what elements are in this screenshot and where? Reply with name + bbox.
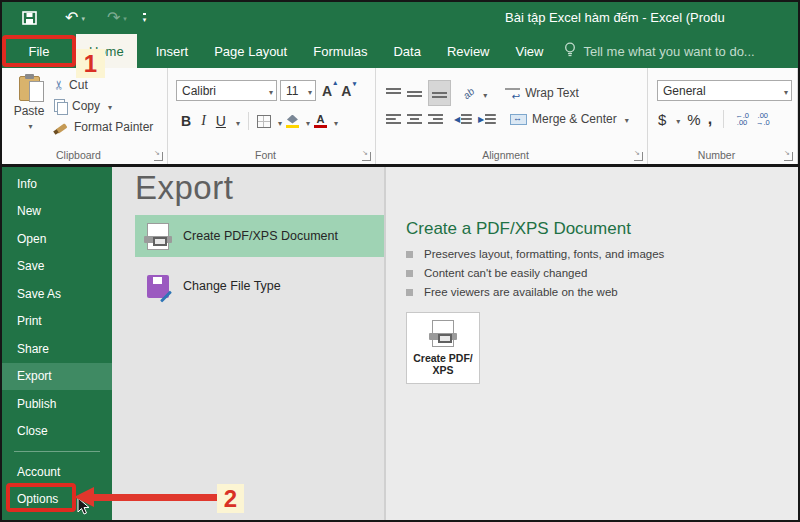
decrease-font-size-icon[interactable] [338,83,354,99]
annotation-arrow [92,494,217,501]
bottom-align-selected[interactable] [428,80,451,106]
sidebar-item-open[interactable]: Open [2,225,112,253]
sidebar-item-account[interactable]: Account [2,458,112,486]
borders-icon[interactable] [257,115,271,128]
undo-dropdown-icon[interactable]: ▾ [81,15,85,23]
tab-insert[interactable]: Insert [143,34,202,68]
create-pdf-xps-document-item[interactable]: Create PDF/XPS Document [135,215,384,257]
sidebar-item-new[interactable]: New [2,198,112,226]
font-name-dropdown-icon[interactable] [266,84,273,98]
bullet-square-icon [406,251,413,258]
bullet-square-icon [406,270,413,277]
align-left-icon[interactable] [386,114,401,125]
bullet-square-icon [406,289,413,296]
font-size-dropdown-icon[interactable] [305,84,312,98]
sidebar-item-print[interactable]: Print [2,308,112,336]
font-name-value: Calibri [182,84,216,98]
bullet-item: Free viewers are available on the web [406,286,798,298]
orientation-icon[interactable]: ab [461,85,477,101]
fill-color-dropdown-icon[interactable] [303,112,310,130]
separator [248,112,249,130]
sidebar-item-save-as[interactable]: Save As [2,280,112,308]
decrease-indent-icon[interactable] [454,114,472,125]
undo-icon[interactable]: ↶ [65,8,78,28]
underline-button[interactable]: U [213,113,229,129]
sidebar-item-export[interactable]: Export [2,363,112,391]
sidebar-item-share[interactable]: Share [2,335,112,363]
wrap-text-button[interactable]: Wrap Text [505,86,579,100]
bullet-text: Content can't be easily changed [424,267,587,279]
tab-review[interactable]: Review [434,34,503,68]
save-icon[interactable] [22,8,37,28]
create-pdf-xps-button[interactable]: Create PDF/ XPS [406,312,480,384]
pdf-xps-document-icon [432,320,454,347]
increase-decimal-button[interactable]: ←.0 .00 [735,112,749,126]
customize-quick-access-toolbar-icon[interactable]: ▾ [143,13,147,23]
backstage-sidebar: Info New Open Save Save As Print Share E… [2,167,112,520]
pdf-xps-detail-panel: Create a PDF/XPS Document Preserves layo… [386,167,798,520]
underline-dropdown-icon[interactable] [233,112,240,130]
redo-icon[interactable]: ↷ [107,8,120,28]
top-align-icon[interactable] [386,88,401,99]
copy-dropdown-icon[interactable] [105,99,112,113]
font-name-select[interactable]: Calibri [176,80,277,101]
increase-indent-icon[interactable] [478,114,496,125]
orientation-dropdown-icon[interactable] [480,84,487,102]
annotation-step-1: 1 [76,49,105,78]
currency-dropdown-icon[interactable] [673,110,680,128]
number-format-dropdown-icon[interactable] [781,84,788,98]
merge-center-dropdown-icon[interactable] [622,112,629,126]
bullet-item: Preserves layout, formatting, fonts, and… [406,248,798,260]
font-dialog-launcher-icon[interactable] [362,152,371,161]
ribbon-group-number: General $ % , ←.0 .00 .00 →.0 Number [648,68,798,164]
comma-format-button[interactable]: , [708,110,712,128]
percent-format-button[interactable]: % [687,111,700,128]
clipboard-dialog-launcher-icon[interactable] [154,152,163,161]
tab-data[interactable]: Data [380,34,433,68]
align-center-icon[interactable] [407,114,422,125]
sidebar-item-save[interactable]: Save [2,253,112,281]
lightbulb-icon [564,42,576,60]
fill-color-icon[interactable] [286,115,299,128]
format-painter-icon [54,121,69,134]
sidebar-item-close[interactable]: Close [2,418,112,446]
merge-center-button[interactable]: Merge & Center [510,112,629,126]
sidebar-item-info[interactable]: Info [2,170,112,198]
sidebar-divider [14,451,100,452]
tab-formulas[interactable]: Formulas [300,34,380,68]
font-size-select[interactable]: 11 [280,80,316,101]
copy-button[interactable]: Copy [54,97,153,115]
bold-button[interactable]: B [178,113,194,129]
cut-button[interactable]: Cut [54,76,153,94]
backstage-main: Export Create PDF/XPS Document Change Fi… [112,167,798,520]
paste-dropdown-icon[interactable] [25,118,32,132]
copy-icon [54,99,67,113]
sidebar-item-publish[interactable]: Publish [2,390,112,418]
tab-view[interactable]: View [503,34,557,68]
italic-button[interactable]: I [198,113,209,129]
decrease-decimal-button[interactable]: .00 →.0 [756,112,770,126]
redo-dropdown-icon[interactable]: ▾ [123,15,127,23]
format-painter-button[interactable]: Format Painter [54,118,153,136]
currency-format-button[interactable]: $ [658,111,666,128]
increase-font-size-icon[interactable] [319,83,335,99]
middle-align-icon[interactable] [407,88,422,99]
align-right-icon[interactable] [428,114,443,125]
font-color-icon[interactable] [314,114,327,128]
paste-button[interactable]: Paste [8,76,50,132]
number-dialog-launcher-icon[interactable] [784,152,793,161]
number-format-select[interactable]: General [657,80,792,101]
cut-label: Cut [69,78,88,92]
borders-dropdown-icon[interactable] [275,112,282,130]
ribbon-group-font: Calibri 11 B I U [168,68,376,164]
pdf-xps-document-icon [147,223,169,250]
change-file-type-item[interactable]: Change File Type [135,265,384,307]
tab-page-layout[interactable]: Page Layout [201,34,300,68]
tell-me-box[interactable]: Tell me what you want to do... [564,34,754,68]
ribbon-tab-bar: File Home Insert Page Layout Formulas Da… [2,34,798,68]
alignment-dialog-launcher-icon[interactable] [634,152,643,161]
font-color-dropdown-icon[interactable] [331,112,338,130]
number-group-label: Number [648,149,785,161]
scissors-icon [54,78,64,92]
font-row-1: Calibri 11 [176,80,354,101]
